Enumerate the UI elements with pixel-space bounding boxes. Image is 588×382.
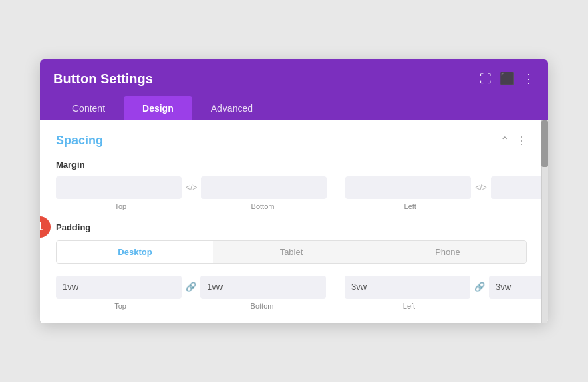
collapse-icon[interactable]: ⌃	[500, 134, 509, 147]
tab-design[interactable]: Design	[124, 96, 192, 120]
more-icon[interactable]: ⋮	[523, 71, 535, 86]
margin-right-group: </> Left Right	[345, 176, 548, 210]
margin-link-icon-left[interactable]: </>	[186, 183, 197, 192]
padding-bottom-input[interactable]	[200, 276, 326, 299]
resp-tab-desktop[interactable]: Desktop	[57, 241, 213, 263]
margin-left-input[interactable]	[345, 176, 471, 199]
margin-right-caption: Right	[488, 202, 548, 210]
scrollbar[interactable]	[541, 120, 548, 323]
padding-label: Padding	[56, 222, 90, 232]
margin-left-caption: Left	[345, 202, 474, 210]
padding-bottom-caption: Bottom	[198, 302, 326, 310]
panel-title: Button Settings	[53, 71, 153, 87]
margin-bottom-input[interactable]	[201, 176, 327, 199]
padding-right-input[interactable]	[489, 276, 548, 299]
badge-wrapper: 1 Padding	[56, 222, 90, 232]
margin-left-group: </> Top Bottom	[56, 176, 327, 210]
margin-left-right-row: </>	[345, 176, 548, 199]
margin-link-icon-right[interactable]: </>	[475, 183, 486, 192]
padding-left-group: 🔗 Top Bottom	[56, 276, 326, 310]
padding-top-bottom-captions: Top Bottom	[56, 302, 326, 310]
padding-label-row: 1 Padding	[56, 222, 527, 232]
tab-advanced[interactable]: Advanced	[192, 96, 271, 120]
padding-right-caption: Right	[486, 302, 548, 310]
tab-content[interactable]: Content	[53, 96, 124, 120]
padding-top-input[interactable]	[56, 276, 182, 299]
section-title: Spacing	[56, 134, 103, 148]
padding-inputs: 🔗 Top Bottom 🔗 Left	[56, 276, 527, 310]
padding-left-caption: Left	[345, 302, 473, 310]
margin-inputs: </> Top Bottom </> Left	[56, 176, 527, 210]
resp-tab-tablet[interactable]: Tablet	[213, 241, 370, 263]
margin-top-bottom-row: </>	[56, 176, 327, 199]
padding-left-right-row: 🔗	[345, 276, 548, 299]
margin-bottom-caption: Bottom	[198, 202, 327, 210]
margin-label: Margin	[56, 160, 527, 170]
margin-top-bottom-captions: Top Bottom	[56, 202, 327, 210]
section-header-icons: ⌃ ⋮	[500, 134, 527, 147]
sidebar-icon[interactable]: ⬛	[500, 71, 514, 86]
padding-left-input[interactable]	[345, 276, 470, 299]
button-settings-panel: Button Settings ⛶ ⬛ ⋮ Content Design Adv…	[40, 59, 548, 323]
panel-body: Spacing ⌃ ⋮ Margin </> Top Bottom	[40, 120, 548, 323]
padding-right-group: 🔗 Left Right	[345, 276, 548, 310]
step-badge: 1	[40, 216, 51, 238]
margin-top-caption: Top	[56, 202, 185, 210]
responsive-tabs: Desktop Tablet Phone	[56, 240, 527, 264]
resp-tab-phone[interactable]: Phone	[370, 241, 526, 263]
margin-left-right-captions: Left Right	[345, 202, 548, 210]
panel-title-row: Button Settings ⛶ ⬛ ⋮	[53, 71, 535, 87]
fullscreen-icon[interactable]: ⛶	[480, 72, 492, 86]
section-more-icon[interactable]: ⋮	[516, 134, 527, 147]
scrollbar-thumb	[541, 120, 548, 167]
padding-link-icon-left[interactable]: 🔗	[186, 282, 196, 292]
panel-header: Button Settings ⛶ ⬛ ⋮ Content Design Adv…	[40, 59, 548, 120]
padding-top-bottom-row: 🔗	[56, 276, 326, 299]
section-header: Spacing ⌃ ⋮	[56, 134, 527, 148]
margin-right-input[interactable]	[491, 176, 548, 199]
padding-link-icon-right[interactable]: 🔗	[474, 282, 485, 292]
panel-header-icons: ⛶ ⬛ ⋮	[480, 71, 535, 86]
tabs: Content Design Advanced	[53, 96, 535, 120]
padding-left-right-captions: Left Right	[345, 302, 548, 310]
margin-top-input[interactable]	[56, 176, 182, 199]
padding-top-caption: Top	[56, 302, 184, 310]
